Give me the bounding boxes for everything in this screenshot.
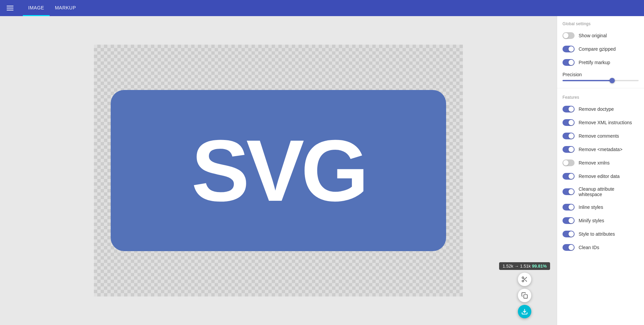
toggle-remove-editor-data[interactable] — [562, 173, 575, 180]
toggle-inline-styles[interactable] — [562, 204, 575, 211]
setting-compare-gzipped: Compare gzipped — [557, 42, 644, 56]
header-tabs: IMAGE MARKUP — [23, 0, 82, 16]
setting-remove-xml-instructions: Remove XML instructions — [557, 116, 644, 129]
download-button[interactable] — [518, 305, 531, 318]
copy-button[interactable] — [518, 289, 531, 302]
setting-style-to-attributes: Style to attributes — [557, 227, 644, 241]
menu-icon[interactable] — [5, 4, 15, 12]
svg-preview: SVG — [111, 90, 446, 251]
label-cleanup-attribute-whitespace: Cleanup attribute whitespace — [579, 186, 639, 197]
toggle-clean-ids[interactable] — [562, 244, 575, 251]
setting-minify-styles: Minify styles — [557, 214, 644, 227]
setting-remove-metadata: Remove <metadata> — [557, 143, 644, 156]
bottom-toolbar: 1.52k → 1.51k 99.81% — [499, 262, 550, 318]
toggle-remove-comments[interactable] — [562, 133, 575, 139]
label-remove-doctype: Remove doctype — [579, 106, 639, 112]
size-info: 1.52k → 1.51k 99.81% — [499, 262, 550, 270]
setting-show-original: Show original — [557, 29, 644, 42]
toggle-remove-xml-instructions[interactable] — [562, 119, 575, 126]
label-show-original: Show original — [579, 33, 639, 38]
setting-prettify-markup: Prettify markup — [557, 56, 644, 69]
toggle-show-original[interactable] — [562, 32, 575, 39]
label-remove-editor-data: Remove editor data — [579, 174, 639, 179]
canvas-area: SVG 1.52k → 1.51k 99.81% — [0, 16, 557, 325]
global-settings-title: Global settings — [557, 16, 644, 29]
toggle-style-to-attributes[interactable] — [562, 231, 575, 237]
features-title: Features — [557, 90, 644, 102]
label-compare-gzipped: Compare gzipped — [579, 46, 639, 52]
label-remove-comments: Remove comments — [579, 133, 639, 139]
label-prettify-markup: Prettify markup — [579, 60, 639, 65]
main-layout: SVG 1.52k → 1.51k 99.81% — [0, 16, 644, 325]
header: IMAGE MARKUP — [0, 0, 644, 16]
svg-rect-5 — [524, 295, 528, 298]
svg-point-1 — [522, 280, 524, 282]
tab-markup[interactable]: MARKUP — [50, 0, 82, 16]
label-clean-ids: Clean IDs — [579, 245, 639, 250]
toggle-remove-metadata[interactable] — [562, 146, 575, 153]
toggle-cleanup-attribute-whitespace[interactable] — [562, 188, 575, 195]
label-style-to-attributes: Style to attributes — [579, 231, 639, 237]
toggle-compare-gzipped[interactable] — [562, 46, 575, 52]
label-remove-metadata: Remove <metadata> — [579, 147, 639, 152]
label-remove-xml-instructions: Remove XML instructions — [579, 120, 639, 125]
setting-remove-doctype: Remove doctype — [557, 102, 644, 116]
toggle-remove-xmlns[interactable] — [562, 159, 575, 166]
setting-remove-editor-data: Remove editor data — [557, 170, 644, 183]
precision-label: Precision — [562, 72, 639, 77]
label-inline-styles: Inline styles — [579, 204, 639, 210]
toggle-remove-doctype[interactable] — [562, 106, 575, 112]
copy-path-button[interactable] — [518, 273, 531, 286]
setting-inline-styles: Inline styles — [557, 200, 644, 214]
divider — [557, 88, 644, 88]
tab-image[interactable]: IMAGE — [23, 0, 50, 16]
canvas-background: SVG — [94, 45, 463, 296]
label-remove-xmlns: Remove xmlns — [579, 160, 639, 166]
right-panel: Global settings Show original Compare gz… — [557, 16, 644, 325]
setting-clean-ids: Clean IDs — [557, 241, 644, 254]
svg-line-3 — [525, 280, 527, 282]
label-minify-styles: Minify styles — [579, 218, 639, 223]
precision-slider[interactable] — [562, 80, 639, 81]
setting-remove-xmlns: Remove xmlns — [557, 156, 644, 170]
svg-line-4 — [524, 278, 525, 279]
svg-label: SVG — [191, 121, 365, 221]
toggle-prettify-markup[interactable] — [562, 59, 575, 66]
toggle-minify-styles[interactable] — [562, 217, 575, 224]
svg-point-0 — [522, 277, 524, 279]
precision-slider-row: Precision — [557, 69, 644, 87]
setting-cleanup-attribute-whitespace: Cleanup attribute whitespace — [557, 183, 644, 200]
setting-remove-comments: Remove comments — [557, 129, 644, 143]
